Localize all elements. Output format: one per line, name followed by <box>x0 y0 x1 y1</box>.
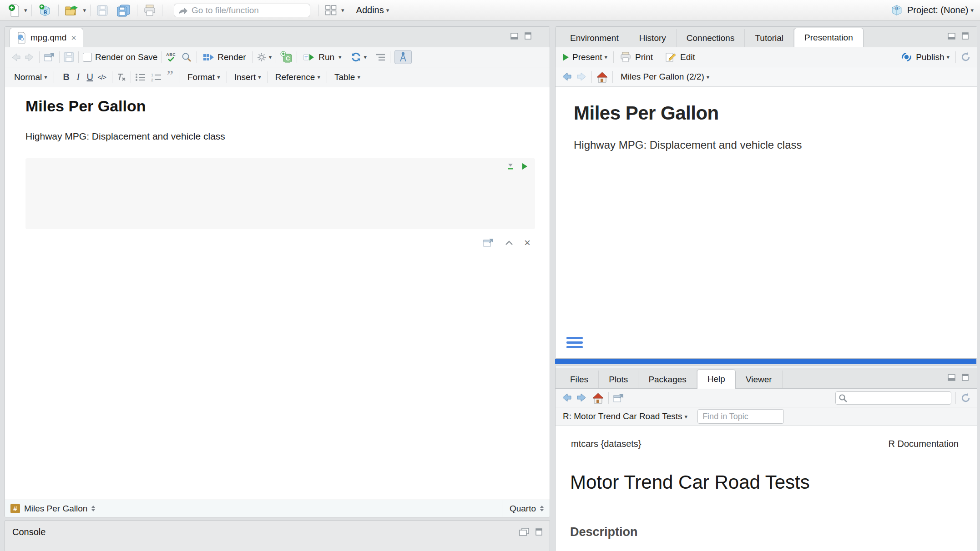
goto-file-input[interactable] <box>174 4 310 17</box>
visual-editor-toggle[interactable] <box>394 50 412 64</box>
home-icon[interactable] <box>592 392 604 404</box>
run-chunk-icon[interactable] <box>521 163 528 170</box>
format-menu[interactable]: Format <box>187 72 215 82</box>
save-button[interactable] <box>95 4 110 17</box>
popout-output-icon[interactable] <box>483 237 494 248</box>
run-chunks-above-icon[interactable] <box>507 163 514 170</box>
blockquote-icon[interactable]: ” <box>167 73 173 81</box>
slide-menu-icon[interactable] <box>566 337 583 351</box>
search-icon[interactable] <box>181 52 192 63</box>
close-tab-icon[interactable]: × <box>71 33 76 43</box>
collapse-output-icon[interactable] <box>505 240 513 245</box>
style-caret[interactable]: ▾ <box>44 74 47 80</box>
render-options-caret[interactable]: ▾ <box>269 54 272 60</box>
pane-splitter[interactable] <box>555 359 976 364</box>
tab-connections[interactable]: Connections <box>677 29 745 47</box>
tab-mpg-qmd[interactable]: mpg.qmd × <box>10 28 83 47</box>
rerun-caret[interactable]: ▾ <box>364 54 367 60</box>
insert-chunk-icon[interactable]: C <box>280 51 293 63</box>
doc-mode-select[interactable]: Quarto <box>502 500 544 517</box>
paragraph-style-select[interactable]: Normal <box>14 72 42 82</box>
addins-caret[interactable]: ▾ <box>386 7 389 14</box>
refresh-icon[interactable] <box>960 392 971 404</box>
find-in-topic-input[interactable] <box>697 409 784 424</box>
tab-help[interactable]: Help <box>697 369 736 389</box>
table-caret[interactable]: ▾ <box>357 74 360 80</box>
tab-presentation[interactable]: Presentation <box>794 28 864 47</box>
console-header[interactable]: Console <box>5 521 550 543</box>
popout-icon[interactable] <box>44 52 55 62</box>
back-icon[interactable] <box>561 72 572 82</box>
goto-file-search[interactable] <box>174 4 310 17</box>
code-chunk[interactable] <box>25 158 535 229</box>
tab-history[interactable]: History <box>629 29 677 47</box>
topic-selector[interactable]: R: Motor Trend Car Road Tests <box>563 411 682 421</box>
print-presentation-button[interactable]: Print <box>618 50 655 64</box>
tab-plots[interactable]: Plots <box>599 371 638 388</box>
clear-formatting-icon[interactable] <box>116 73 126 81</box>
new-file-caret[interactable]: ▾ <box>24 7 27 14</box>
forward-icon[interactable] <box>24 52 35 62</box>
insert-menu[interactable]: Insert <box>234 72 256 82</box>
panes-layout-button[interactable] <box>323 4 339 17</box>
console-maximize-icon[interactable] <box>535 528 542 536</box>
save-all-button[interactable] <box>115 3 133 18</box>
reference-menu[interactable]: Reference <box>275 72 315 82</box>
help-search[interactable] <box>835 391 951 405</box>
tab-packages[interactable]: Packages <box>638 371 697 388</box>
insert-caret[interactable]: ▾ <box>258 74 261 80</box>
format-caret[interactable]: ▾ <box>217 74 220 80</box>
rerun-icon[interactable] <box>350 52 362 62</box>
tab-viewer[interactable]: Viewer <box>736 371 783 388</box>
tab-files[interactable]: Files <box>560 371 599 388</box>
document-canvas[interactable]: Miles Per Gallon Highway MPG: Displaceme… <box>5 87 550 500</box>
section-navigator[interactable]: Miles Per Gallon <box>24 504 87 514</box>
tab-tutorial[interactable]: Tutorial <box>745 29 794 47</box>
maximize-icon[interactable] <box>525 32 531 40</box>
print-button[interactable] <box>141 3 158 17</box>
panes-caret[interactable]: ▾ <box>341 7 344 14</box>
forward-icon[interactable] <box>576 393 587 403</box>
open-file-button[interactable] <box>63 4 81 17</box>
edit-button[interactable]: Edit <box>663 51 697 63</box>
minimize-icon[interactable] <box>510 33 518 40</box>
project-menu[interactable]: R Project: (None) ▾ <box>890 4 974 16</box>
addins-menu[interactable]: Addins <box>356 5 384 15</box>
back-icon[interactable] <box>561 393 572 403</box>
refresh-icon[interactable] <box>960 51 971 63</box>
maximize-icon[interactable] <box>962 374 969 381</box>
console-popout-icon[interactable] <box>519 528 529 536</box>
italic-button[interactable]: I <box>72 72 84 82</box>
gear-icon[interactable] <box>257 52 267 62</box>
slide-nav-caret[interactable]: ▾ <box>707 74 710 80</box>
clear-output-icon[interactable]: × <box>524 240 530 245</box>
bold-button[interactable]: B <box>61 72 72 82</box>
run-caret[interactable]: ▾ <box>338 54 342 60</box>
maximize-icon[interactable] <box>962 32 969 40</box>
numbered-list-icon[interactable]: 12 <box>151 73 162 81</box>
back-icon[interactable] <box>10 52 21 62</box>
save-icon[interactable] <box>64 52 74 62</box>
underline-button[interactable]: U <box>84 72 96 82</box>
slide-navigator[interactable]: Miles Per Gallon (2/2) <box>621 72 704 82</box>
reference-caret[interactable]: ▾ <box>317 74 320 80</box>
code-button[interactable]: </> <box>96 73 108 81</box>
present-button[interactable]: Present ▾ <box>561 51 609 63</box>
minimize-icon[interactable] <box>948 374 955 381</box>
home-icon[interactable] <box>596 71 608 83</box>
run-button[interactable]: Run <box>301 51 336 63</box>
new-project-button[interactable]: R <box>36 3 54 18</box>
help-search-input[interactable] <box>835 391 951 405</box>
spellcheck-icon[interactable]: ABC <box>166 53 176 62</box>
new-file-button[interactable] <box>6 3 22 18</box>
tab-environment[interactable]: Environment <box>560 29 629 47</box>
topic-caret[interactable]: ▾ <box>685 413 688 420</box>
table-menu[interactable]: Table <box>334 72 355 82</box>
outline-icon[interactable] <box>375 53 386 61</box>
render-on-save-checkbox[interactable] <box>83 53 92 62</box>
render-button[interactable]: Render <box>201 51 248 63</box>
publish-button[interactable]: Publish ▾ <box>899 51 951 63</box>
bullet-list-icon[interactable] <box>135 73 146 81</box>
forward-icon[interactable] <box>576 72 587 82</box>
minimize-icon[interactable] <box>948 33 955 40</box>
